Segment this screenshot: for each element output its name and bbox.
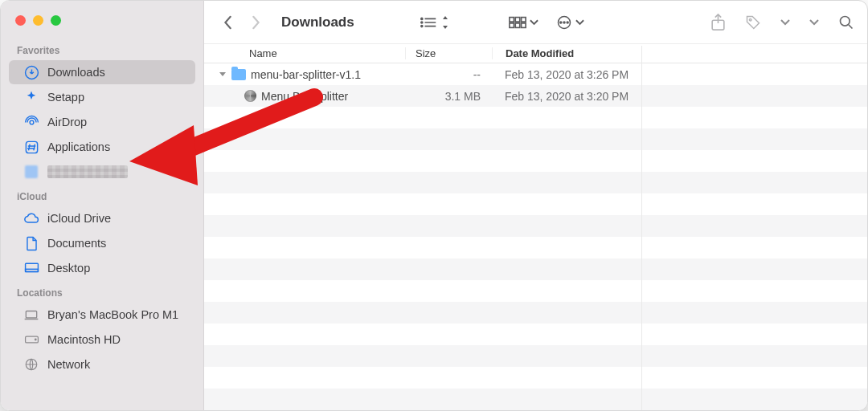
file-size: 3.1 MB (405, 90, 492, 103)
svg-point-7 (35, 339, 36, 340)
setapp-icon (23, 89, 39, 105)
blurred-label (47, 165, 128, 178)
sidebar-item-label: Network (47, 358, 90, 371)
sidebar-section-locations: Locations (1, 281, 203, 302)
forward-button[interactable] (244, 10, 267, 35)
sidebar-item-label: iCloud Drive (47, 212, 111, 225)
view-list-button[interactable] (420, 16, 449, 29)
svg-point-19 (560, 22, 562, 23)
tag-button[interactable] (745, 14, 761, 31)
sidebar-item-label: Downloads (47, 66, 105, 79)
actions-button[interactable] (556, 14, 584, 31)
network-icon (23, 356, 39, 372)
disk-icon (23, 332, 39, 348)
toolbar: Downloads (204, 1, 867, 43)
svg-rect-15 (510, 23, 514, 28)
maximize-icon[interactable] (51, 15, 61, 26)
view-grid-button[interactable] (509, 16, 538, 29)
file-date: Feb 13, 2020 at 3:20 PM (492, 90, 867, 103)
sidebar: Favorites Downloads Setapp AirDrop Appli… (1, 1, 204, 410)
svg-point-23 (749, 18, 751, 21)
sidebar-item-blurred[interactable] (9, 160, 195, 184)
sidebar-item-label: Applications (47, 140, 110, 153)
svg-rect-17 (521, 23, 526, 28)
svg-point-20 (563, 22, 565, 23)
page-title: Downloads (281, 14, 354, 31)
sidebar-item-setapp[interactable]: Setapp (9, 85, 195, 109)
share-button[interactable] (710, 14, 726, 31)
svg-point-21 (567, 22, 568, 23)
toolbar-view-group (420, 14, 584, 31)
file-list: menu-bar-splitter-v1.1 -- Feb 13, 2020 a… (204, 63, 867, 410)
chevron-down-icon (575, 19, 584, 26)
svg-rect-4 (25, 269, 38, 271)
svg-point-11 (420, 25, 422, 26)
minimize-icon[interactable] (33, 15, 43, 26)
sidebar-item-applications[interactable]: Applications (9, 135, 195, 159)
close-icon[interactable] (15, 15, 26, 26)
column-date-modified[interactable]: Date Modified (492, 47, 867, 59)
sidebar-item-network[interactable]: Network (9, 352, 195, 376)
applications-icon (23, 139, 39, 155)
chevron-down-icon (530, 19, 538, 26)
up-down-icon (441, 16, 449, 29)
sidebar-item-label: Setapp (47, 91, 84, 104)
dropdown-2[interactable] (809, 19, 819, 26)
sidebar-item-label: Documents (47, 237, 106, 250)
traffic-lights (1, 10, 203, 39)
sidebar-item-label: Desktop (47, 262, 90, 275)
sidebar-item-icloud-drive[interactable]: iCloud Drive (9, 206, 195, 230)
sidebar-item-label: AirDrop (47, 116, 87, 128)
sidebar-item-desktop[interactable]: Desktop (9, 256, 195, 280)
sidebar-item-downloads[interactable]: Downloads (9, 60, 195, 84)
sidebar-item-documents[interactable]: Documents (9, 231, 195, 255)
svg-rect-14 (521, 17, 526, 22)
table-row[interactable]: Menu Bar Splitter 3.1 MB Feb 13, 2020 at… (204, 85, 867, 107)
svg-point-9 (420, 18, 422, 19)
sidebar-item-label: Bryan's MacBook Pro M1 (47, 308, 178, 321)
svg-rect-12 (510, 17, 514, 22)
column-size[interactable]: Size (405, 47, 492, 59)
svg-point-1 (30, 120, 34, 124)
file-size: -- (405, 68, 492, 81)
svg-rect-5 (26, 311, 36, 317)
svg-rect-13 (515, 17, 520, 22)
finder-window: Favorites Downloads Setapp AirDrop Appli… (0, 0, 868, 411)
download-circle-icon (23, 64, 39, 80)
laptop-icon (23, 307, 39, 323)
sidebar-section-favorites: Favorites (1, 39, 203, 59)
blurred-icon (23, 164, 39, 180)
search-button[interactable] (838, 14, 854, 31)
sidebar-item-label: Macintosh HD (47, 333, 121, 346)
sidebar-section-icloud: iCloud (1, 185, 203, 206)
column-separator[interactable] (641, 46, 642, 410)
icloud-icon (23, 210, 39, 226)
file-name: menu-bar-splitter-v1.1 (251, 68, 361, 81)
sidebar-item-macintosh-hd[interactable]: Macintosh HD (9, 328, 195, 352)
svg-rect-16 (515, 23, 520, 28)
column-name[interactable]: Name (204, 47, 405, 59)
airdrop-icon (23, 114, 39, 130)
desktop-icon (23, 260, 39, 276)
dropdown-1[interactable] (780, 19, 790, 26)
disclosure-triangle-icon[interactable] (219, 71, 227, 79)
svg-point-24 (841, 16, 850, 26)
svg-rect-2 (26, 141, 37, 153)
sidebar-item-macbook[interactable]: Bryan's MacBook Pro M1 (9, 303, 195, 327)
file-date: Feb 13, 2020 at 3:26 PM (492, 68, 867, 81)
svg-rect-3 (25, 263, 38, 271)
sidebar-item-airdrop[interactable]: AirDrop (9, 110, 195, 134)
back-button[interactable] (217, 10, 240, 35)
document-icon (23, 235, 39, 251)
app-icon (244, 90, 256, 102)
list-header: Name Size Date Modified (204, 43, 867, 63)
main-pane: Downloads (204, 1, 867, 410)
svg-point-10 (420, 22, 422, 23)
file-name: Menu Bar Splitter (261, 90, 348, 103)
table-row[interactable]: menu-bar-splitter-v1.1 -- Feb 13, 2020 a… (204, 63, 867, 85)
folder-icon (231, 69, 246, 80)
toolbar-right (710, 14, 854, 31)
